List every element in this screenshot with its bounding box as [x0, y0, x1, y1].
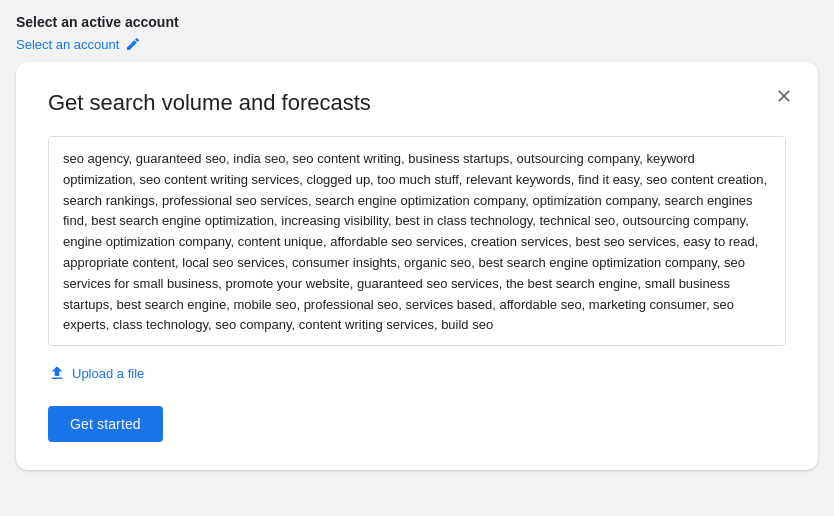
header-bar: Select an active account Select an accou… — [0, 0, 834, 62]
close-icon — [774, 86, 794, 106]
main-card: Get search volume and forecasts seo agen… — [16, 62, 818, 470]
account-selector-text[interactable]: Select an account — [16, 37, 119, 52]
upload-link[interactable]: Upload a file — [48, 364, 144, 382]
card-title: Get search volume and forecasts — [48, 90, 786, 116]
upload-label: Upload a file — [72, 366, 144, 381]
account-selector[interactable]: Select an account — [16, 36, 818, 52]
edit-icon — [125, 36, 141, 52]
upload-icon — [48, 364, 66, 382]
get-started-button[interactable]: Get started — [48, 406, 163, 442]
keywords-textarea[interactable]: seo agency, guaranteed seo, india seo, s… — [48, 136, 786, 346]
close-button[interactable] — [770, 82, 798, 110]
upload-row: Upload a file — [48, 364, 786, 382]
page-title: Select an active account — [16, 14, 818, 30]
